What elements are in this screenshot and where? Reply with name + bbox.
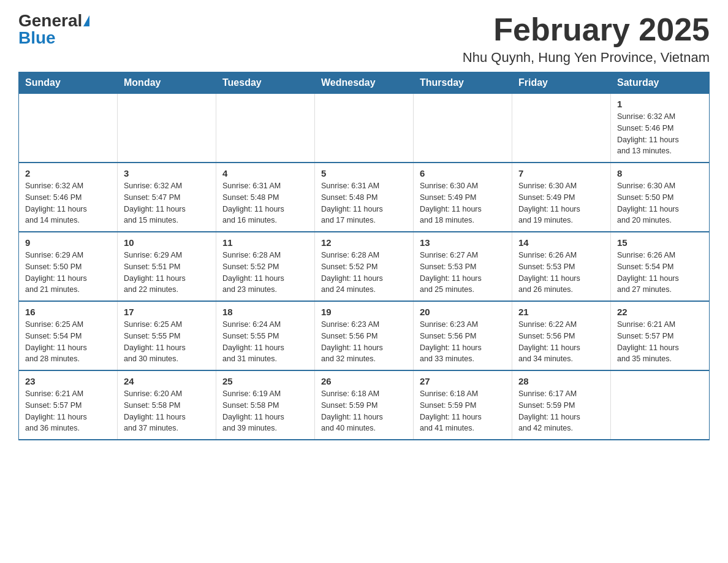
day-info: Sunrise: 6:31 AMSunset: 5:48 PMDaylight:…: [321, 180, 407, 226]
day-info: Sunrise: 6:25 AMSunset: 5:55 PMDaylight:…: [124, 319, 210, 365]
calendar-header-row: SundayMondayTuesdayWednesdayThursdayFrid…: [19, 72, 710, 94]
calendar-day-cell: 23Sunrise: 6:21 AMSunset: 5:57 PMDayligh…: [19, 370, 118, 440]
calendar-day-cell: 22Sunrise: 6:21 AMSunset: 5:57 PMDayligh…: [611, 301, 710, 370]
weekday-header: Wednesday: [315, 72, 414, 94]
day-number: 15: [617, 237, 703, 248]
calendar-day-cell: 11Sunrise: 6:28 AMSunset: 5:52 PMDayligh…: [216, 232, 315, 301]
calendar-week-row: 1Sunrise: 6:32 AMSunset: 5:46 PMDaylight…: [19, 94, 710, 163]
calendar-day-cell: 25Sunrise: 6:19 AMSunset: 5:58 PMDayligh…: [216, 370, 315, 440]
day-number: 10: [124, 237, 210, 248]
day-number: 14: [518, 237, 604, 248]
location-title: Nhu Quynh, Hung Yen Province, Vietnam: [463, 50, 710, 66]
logo-blue-text: Blue: [18, 29, 56, 47]
calendar-day-cell: 26Sunrise: 6:18 AMSunset: 5:59 PMDayligh…: [315, 370, 414, 440]
day-number: 11: [222, 237, 308, 248]
day-number: 8: [617, 168, 703, 178]
day-number: 23: [25, 376, 111, 386]
weekday-header: Friday: [512, 72, 611, 94]
day-number: 13: [420, 237, 506, 248]
day-info: Sunrise: 6:21 AMSunset: 5:57 PMDaylight:…: [617, 319, 703, 365]
day-info: Sunrise: 6:31 AMSunset: 5:48 PMDaylight:…: [222, 180, 308, 226]
weekday-header: Sunday: [19, 72, 118, 94]
calendar-day-cell: 1Sunrise: 6:32 AMSunset: 5:46 PMDaylight…: [611, 94, 710, 163]
day-info: Sunrise: 6:18 AMSunset: 5:59 PMDaylight:…: [321, 388, 407, 434]
calendar-day-cell: 5Sunrise: 6:31 AMSunset: 5:48 PMDaylight…: [315, 163, 414, 232]
calendar-day-cell: 24Sunrise: 6:20 AMSunset: 5:58 PMDayligh…: [118, 370, 216, 440]
calendar-day-cell: 12Sunrise: 6:28 AMSunset: 5:52 PMDayligh…: [315, 232, 414, 301]
calendar-day-cell: [414, 94, 512, 163]
day-number: 28: [518, 376, 604, 386]
day-info: Sunrise: 6:23 AMSunset: 5:56 PMDaylight:…: [420, 319, 506, 365]
day-number: 4: [222, 168, 308, 178]
day-info: Sunrise: 6:26 AMSunset: 5:53 PMDaylight:…: [518, 250, 604, 296]
day-number: 7: [518, 168, 604, 178]
day-number: 20: [420, 307, 506, 317]
page-header: General Blue February 2025 Nhu Quynh, Hu…: [18, 12, 710, 66]
calendar-day-cell: 15Sunrise: 6:26 AMSunset: 5:54 PMDayligh…: [611, 232, 710, 301]
month-title: February 2025: [463, 12, 710, 47]
calendar-day-cell: 28Sunrise: 6:17 AMSunset: 5:59 PMDayligh…: [512, 370, 611, 440]
day-number: 18: [222, 307, 308, 317]
day-info: Sunrise: 6:30 AMSunset: 5:50 PMDaylight:…: [617, 180, 703, 226]
day-info: Sunrise: 6:18 AMSunset: 5:59 PMDaylight:…: [420, 388, 506, 434]
calendar-day-cell: 4Sunrise: 6:31 AMSunset: 5:48 PMDaylight…: [216, 163, 315, 232]
day-info: Sunrise: 6:32 AMSunset: 5:46 PMDaylight:…: [25, 180, 111, 226]
weekday-header: Monday: [118, 72, 216, 94]
calendar-week-row: 9Sunrise: 6:29 AMSunset: 5:50 PMDaylight…: [19, 232, 710, 301]
day-number: 19: [321, 307, 407, 317]
calendar-day-cell: 17Sunrise: 6:25 AMSunset: 5:55 PMDayligh…: [118, 301, 216, 370]
day-info: Sunrise: 6:28 AMSunset: 5:52 PMDaylight:…: [222, 250, 308, 296]
day-number: 17: [124, 307, 210, 317]
calendar-day-cell: [512, 94, 611, 163]
calendar-day-cell: 16Sunrise: 6:25 AMSunset: 5:54 PMDayligh…: [19, 301, 118, 370]
day-info: Sunrise: 6:20 AMSunset: 5:58 PMDaylight:…: [124, 388, 210, 434]
calendar-day-cell: 19Sunrise: 6:23 AMSunset: 5:56 PMDayligh…: [315, 301, 414, 370]
day-info: Sunrise: 6:17 AMSunset: 5:59 PMDaylight:…: [518, 388, 604, 434]
calendar-day-cell: 27Sunrise: 6:18 AMSunset: 5:59 PMDayligh…: [414, 370, 512, 440]
day-info: Sunrise: 6:29 AMSunset: 5:51 PMDaylight:…: [124, 250, 210, 296]
calendar-day-cell: [611, 370, 710, 440]
day-number: 9: [25, 237, 111, 248]
calendar-day-cell: 7Sunrise: 6:30 AMSunset: 5:49 PMDaylight…: [512, 163, 611, 232]
logo-general-text: General: [18, 12, 82, 29]
calendar-week-row: 2Sunrise: 6:32 AMSunset: 5:46 PMDaylight…: [19, 163, 710, 232]
calendar-day-cell: 18Sunrise: 6:24 AMSunset: 5:55 PMDayligh…: [216, 301, 315, 370]
day-info: Sunrise: 6:23 AMSunset: 5:56 PMDaylight:…: [321, 319, 407, 365]
calendar-day-cell: 2Sunrise: 6:32 AMSunset: 5:46 PMDaylight…: [19, 163, 118, 232]
day-number: 5: [321, 168, 407, 178]
calendar-day-cell: 6Sunrise: 6:30 AMSunset: 5:49 PMDaylight…: [414, 163, 512, 232]
day-info: Sunrise: 6:29 AMSunset: 5:50 PMDaylight:…: [25, 250, 111, 296]
logo: General Blue: [18, 12, 89, 47]
calendar-day-cell: 10Sunrise: 6:29 AMSunset: 5:51 PMDayligh…: [118, 232, 216, 301]
day-info: Sunrise: 6:32 AMSunset: 5:47 PMDaylight:…: [124, 180, 210, 226]
day-number: 1: [617, 99, 703, 109]
day-info: Sunrise: 6:24 AMSunset: 5:55 PMDaylight:…: [222, 319, 308, 365]
calendar-day-cell: [315, 94, 414, 163]
day-number: 3: [124, 168, 210, 178]
calendar-day-cell: 14Sunrise: 6:26 AMSunset: 5:53 PMDayligh…: [512, 232, 611, 301]
weekday-header: Thursday: [414, 72, 512, 94]
day-number: 12: [321, 237, 407, 248]
day-info: Sunrise: 6:21 AMSunset: 5:57 PMDaylight:…: [25, 388, 111, 434]
logo-triangle-icon: [83, 15, 89, 26]
calendar-table: SundayMondayTuesdayWednesdayThursdayFrid…: [18, 72, 710, 440]
calendar-day-cell: 8Sunrise: 6:30 AMSunset: 5:50 PMDaylight…: [611, 163, 710, 232]
day-info: Sunrise: 6:26 AMSunset: 5:54 PMDaylight:…: [617, 250, 703, 296]
calendar-day-cell: 21Sunrise: 6:22 AMSunset: 5:56 PMDayligh…: [512, 301, 611, 370]
calendar-day-cell: 3Sunrise: 6:32 AMSunset: 5:47 PMDaylight…: [118, 163, 216, 232]
day-number: 27: [420, 376, 506, 386]
calendar-week-row: 16Sunrise: 6:25 AMSunset: 5:54 PMDayligh…: [19, 301, 710, 370]
day-number: 21: [518, 307, 604, 317]
calendar-day-cell: 9Sunrise: 6:29 AMSunset: 5:50 PMDaylight…: [19, 232, 118, 301]
day-info: Sunrise: 6:27 AMSunset: 5:53 PMDaylight:…: [420, 250, 506, 296]
calendar-day-cell: [19, 94, 118, 163]
day-number: 26: [321, 376, 407, 386]
day-number: 25: [222, 376, 308, 386]
day-number: 24: [124, 376, 210, 386]
weekday-header: Tuesday: [216, 72, 315, 94]
calendar-week-row: 23Sunrise: 6:21 AMSunset: 5:57 PMDayligh…: [19, 370, 710, 440]
day-info: Sunrise: 6:32 AMSunset: 5:46 PMDaylight:…: [617, 111, 703, 157]
day-number: 6: [420, 168, 506, 178]
day-number: 2: [25, 168, 111, 178]
title-block: February 2025 Nhu Quynh, Hung Yen Provin…: [463, 12, 710, 66]
